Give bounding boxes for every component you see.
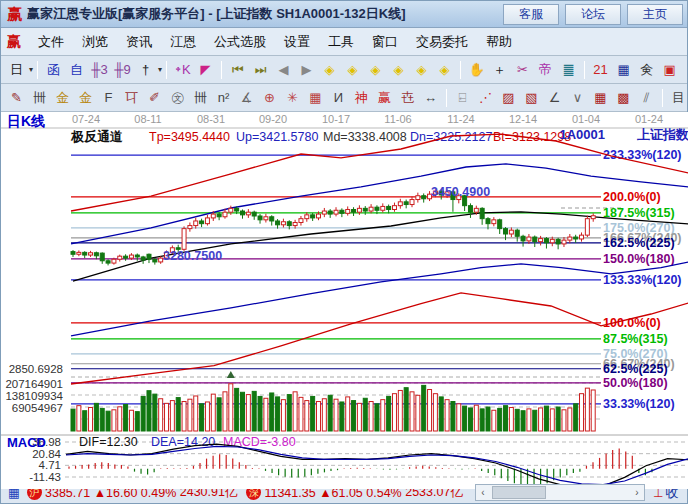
ruler2-icon[interactable]: 卌 (190, 87, 211, 108)
horizontal-scrollbar[interactable]: ‹ › (475, 484, 645, 501)
candle-body (480, 208, 484, 218)
save-icon[interactable]: ▣ (659, 59, 680, 80)
crosshair-icon[interactable]: ＋ (489, 59, 510, 80)
notes-icon[interactable]: 㑒 (636, 59, 657, 80)
gold-ruler1-icon[interactable]: 金 (52, 87, 73, 108)
menu-item-交易委托[interactable]: 交易委托 (407, 30, 477, 54)
grid-square-icon[interactable]: ▦ (305, 87, 326, 108)
hand-tool-icon[interactable]: ✋ (466, 59, 487, 80)
info-list-icon[interactable]: 自 (66, 59, 87, 80)
volume-bar (539, 408, 543, 431)
f-ruler-icon[interactable]: F (98, 87, 119, 108)
candle-body (340, 210, 344, 213)
wave-tool-icon[interactable]: ∨ (567, 87, 588, 108)
kline-chart-canvas[interactable]: 日K线07-2408-1108-3109-2010-1711-0611-2412… (1, 112, 688, 489)
candle-body (410, 200, 414, 205)
network-icon[interactable]: ⊕ (682, 59, 687, 80)
zoom-left-icon[interactable]: ◈ (319, 59, 340, 80)
single-candle-icon[interactable]: † (135, 59, 156, 80)
volume-bar (352, 401, 356, 431)
period-selector[interactable]: 日 (6, 59, 27, 80)
scroll-left-icon[interactable]: ‹ (476, 487, 490, 498)
forum-button[interactable]: 论坛 (565, 4, 621, 25)
last-page-icon[interactable]: ⏭ (250, 59, 271, 80)
menu-item-设置[interactable]: 设置 (275, 30, 319, 54)
clock-cycle-icon[interactable]: ㉆ (167, 87, 188, 108)
fan-lines-icon[interactable]: ⋰ (475, 87, 496, 108)
ruler-tool-icon[interactable]: 卌 (29, 87, 50, 108)
pen-ruler-icon[interactable]: ✐ (144, 87, 165, 108)
first-page-icon[interactable]: ⏮ (227, 59, 248, 80)
macd-scale-label: -11.43 (29, 471, 61, 483)
calendar-icon[interactable]: 21 (590, 59, 611, 80)
menu-item-窗口[interactable]: 窗口 (363, 30, 407, 54)
overview-grid-icon[interactable]: 函 (43, 59, 64, 80)
menu-item-资讯[interactable]: 资讯 (117, 30, 161, 54)
compass-star-icon[interactable]: ✳ (282, 87, 303, 108)
scroll-right-icon[interactable]: › (630, 487, 644, 498)
menu-item-江恩[interactable]: 江恩 (161, 30, 205, 54)
brush-tool-icon[interactable]: ✎ (6, 87, 27, 108)
multi-k-icon[interactable]: ᛭K (172, 59, 193, 80)
candle-body (375, 207, 379, 210)
grid-chart-icon[interactable]: ▩ (613, 87, 634, 108)
gold-ruler2-icon[interactable]: 金 (75, 87, 96, 108)
menu-item-帮助[interactable]: 帮助 (477, 30, 521, 54)
color-chart-icon[interactable]: ◤ (195, 59, 216, 80)
panel-list-icon[interactable]: 目 (668, 87, 687, 108)
candle-body (182, 229, 186, 250)
home-button[interactable]: 主页 (627, 4, 683, 25)
dropdown-caret[interactable]: ▾ (158, 65, 162, 74)
chart-area[interactable]: 日K线07-2408-1108-3109-2010-1711-0611-2412… (1, 112, 687, 481)
gann-box-icon[interactable]: ▨ (498, 87, 519, 108)
gann-square-icon[interactable]: ▧ (521, 87, 542, 108)
volume-bar (293, 392, 297, 431)
zoom-right-icon[interactable]: ◈ (342, 59, 363, 80)
candle-body (539, 239, 543, 242)
volume-bar (556, 407, 560, 431)
cycle-tool-icon[interactable]: ䷀ (558, 59, 579, 80)
chart-3-icon[interactable]: ╫3 (89, 59, 110, 80)
calculator-icon[interactable]: ▦ (613, 59, 634, 80)
gann-tool-icon[interactable]: 帝 (535, 59, 556, 80)
customer-service-button[interactable]: 客服 (503, 4, 559, 25)
app-logo-icon: 赢 (7, 5, 22, 24)
candle-body (106, 261, 110, 263)
measure-icon[interactable]: ↔ (420, 87, 441, 108)
shen-ruler-icon[interactable]: 神 (351, 87, 372, 108)
scrollbar-thumb[interactable] (492, 486, 546, 499)
toolbar-separator (166, 61, 167, 79)
angle-tool-icon[interactable]: ∡ (236, 87, 257, 108)
menu-item-文件[interactable]: 文件 (29, 30, 73, 54)
spiral-ruler-icon[interactable]: 㔿 (121, 87, 142, 108)
expand-icon[interactable]: ◈ (411, 59, 432, 80)
ying-ruler-icon[interactable]: 赢 (374, 87, 395, 108)
next-icon[interactable]: ▶ (296, 59, 317, 80)
zoom-out-icon[interactable]: ◈ (388, 59, 409, 80)
volume-bar (194, 396, 198, 431)
chart-9-icon[interactable]: ╫9 (112, 59, 133, 80)
percent-line-label: 162.5%(225) (603, 236, 675, 250)
box-tool-icon[interactable]: ⍇ (452, 87, 473, 108)
candle-body (258, 216, 262, 220)
n-tool-icon[interactable]: И (328, 87, 349, 108)
menu-item-工具[interactable]: 工具 (319, 30, 363, 54)
chart-background (1, 112, 688, 489)
n2-ruler-icon[interactable]: n² (213, 87, 234, 108)
menu-logo-icon: 赢 (7, 33, 21, 51)
dropdown-caret[interactable]: ▾ (29, 65, 33, 74)
main-toolbar: 日▾函自╫3╫9†▾᛭K◤⏮⏭◀▶◈◈◈◈◈◈✋＋✂帝䷀21▦㑒▣⊕ (1, 56, 687, 84)
prev-icon[interactable]: ◀ (273, 59, 294, 80)
zoom-in-icon[interactable]: ◈ (365, 59, 386, 80)
menu-item-公式选股[interactable]: 公式选股 (205, 30, 275, 54)
ruler-123-icon[interactable]: 㔺 (397, 87, 418, 108)
menu-item-浏览[interactable]: 浏览 (73, 30, 117, 54)
target-tool-icon[interactable]: ⊕ (259, 87, 280, 108)
parallel-lines-icon[interactable]: ⫽ (636, 87, 657, 108)
volume-bar (264, 398, 268, 431)
angle-lines-icon[interactable]: ∠ (544, 87, 565, 108)
volume-bar (486, 407, 490, 431)
grid2-icon[interactable]: ▦ (590, 87, 611, 108)
pointer-a-icon[interactable]: ✂ (512, 59, 533, 80)
compress-icon[interactable]: ◈ (434, 59, 455, 80)
